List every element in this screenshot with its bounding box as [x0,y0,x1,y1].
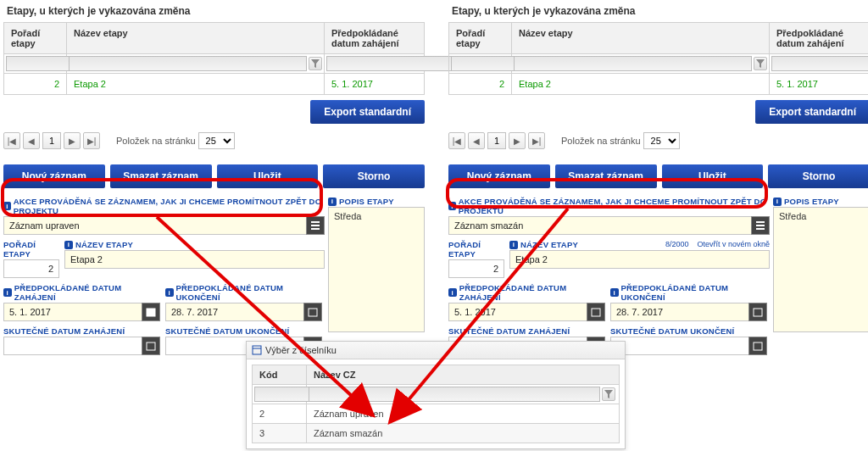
info-icon: i [3,288,12,297]
akce-label: iAKCE PROVÁDĚNÁ SE ZÁZNAMEM, JAK JI CHCE… [448,197,770,215]
predukon-input[interactable] [610,303,749,321]
cancel-button[interactable]: Storno [323,164,425,188]
lookup-filter [252,384,620,404]
new-button[interactable]: Nový záznam [3,164,105,188]
nazev-input[interactable] [509,250,770,269]
filter-nazev[interactable] [69,56,307,71]
nazev-label: iNÁZEV ETAPY [64,240,133,249]
lookup-icon[interactable] [306,216,325,235]
svg-rect-8 [253,346,261,354]
pager-prev[interactable]: ◀ [468,132,485,149]
skutukon-label: SKUTEČNÉ DATUM UKONČENÍ [610,326,767,336]
filter-datum[interactable] [326,56,452,71]
export-button[interactable]: Export standardní [755,100,868,124]
grid-header-datum: Předpokládané datum zahájení [770,23,868,53]
pager-first[interactable]: |◀ [448,132,465,149]
grid-filter-row [448,53,868,74]
funnel-icon[interactable] [602,387,615,401]
pager-first[interactable]: |◀ [3,132,20,149]
svg-rect-7 [754,342,762,350]
info-icon: i [773,198,782,206]
lookup-row[interactable]: 3 Záznam smazán [252,424,620,443]
calendar-icon[interactable] [748,303,767,321]
info-icon: i [3,202,11,210]
open-new-window[interactable]: Otevřít v novém okně [697,240,770,250]
pager: |◀ ◀ ▶ ▶| Položek na stránku 25 [3,124,425,149]
lookup-icon[interactable] [751,216,770,235]
popis-textarea[interactable]: Středa [328,207,425,332]
skutukon-input[interactable] [610,337,749,355]
poradi-input[interactable] [3,259,59,278]
pager-label: Položek na stránku [561,136,641,146]
lookup-cell-nazev: Záznam smazán [307,424,617,443]
info-icon: i [448,202,456,210]
pager-page[interactable] [487,132,506,149]
table-row[interactable]: 2 Etapa 2 5. 1. 2017 [3,74,425,95]
poradi-input[interactable] [448,259,504,278]
table-row[interactable]: 2 Etapa 2 5. 1. 2017 [448,74,868,95]
info-icon: i [448,288,457,297]
pager-select[interactable]: 25 [198,132,235,149]
cell-poradi: 2 [4,74,67,94]
akce-input[interactable] [3,216,307,235]
new-button[interactable]: Nový záznam [448,164,550,188]
calendar-icon[interactable] [142,303,160,321]
info-icon: i [509,241,518,249]
cancel-button[interactable]: Storno [768,164,868,188]
pager-page[interactable] [42,132,61,149]
pager-next[interactable]: ▶ [509,132,526,149]
delete-button[interactable]: Smazat záznam [555,164,657,188]
lookup-dialog: Výběr z číselníku Kód Název CZ 2 Záznam … [246,341,626,449]
svg-rect-1 [309,309,317,316]
lookup-cell-nazev: Záznam upraven [307,404,617,423]
calendar-icon[interactable] [587,303,605,321]
grid-header-nazev: Název etapy [67,23,325,53]
pager-next[interactable]: ▶ [64,132,81,149]
calendar-icon[interactable] [142,337,160,355]
funnel-icon[interactable] [754,57,767,70]
cell-poradi: 2 [449,74,512,94]
info-icon: i [610,288,619,297]
pager-select[interactable]: 25 [643,132,680,149]
skutzah-input[interactable] [3,337,142,355]
lookup-header: Kód Název CZ [252,365,620,384]
svg-rect-5 [754,309,762,316]
info-icon: i [328,198,337,206]
form-area: iAKCE PROVÁDĚNÁ SE ZÁZNAMEM, JAK JI CHCE… [448,197,868,355]
skutzah-label: SKUTEČNÉ DATUM ZAHÁJENÍ [448,326,605,336]
nazev-label: iNÁZEV ETAPY [509,240,578,249]
char-count: 8/2000 [665,240,689,250]
calendar-icon[interactable] [303,303,322,321]
popis-textarea[interactable]: Středa [773,207,868,332]
pager-last[interactable]: ▶| [83,132,100,149]
lookup-row[interactable]: 2 Záznam upraven [252,404,620,424]
panel-left: Etapy, u kterých je vykazována změna Poř… [3,0,425,355]
save-button[interactable]: Uložit [662,164,764,188]
export-button[interactable]: Export standardní [310,100,425,124]
popis-label: iPOPIS ETAPY [773,197,868,206]
nazev-input[interactable] [64,250,325,269]
lookup-title: Výběr z číselníku [247,342,625,359]
predzah-input[interactable] [3,303,142,321]
pager-label: Položek na stránku [116,136,196,146]
pager-prev[interactable]: ◀ [23,132,40,149]
form-area: iAKCE PROVÁDĚNÁ SE ZÁZNAMEM, JAK JI CHCE… [3,197,425,355]
delete-button[interactable]: Smazat záznam [110,164,212,188]
section-title: Etapy, u kterých je vykazována změna [448,0,868,22]
predzah-label: iPŘEDPOKLÁDANÉ DATUM ZAHÁJENÍ [448,283,605,302]
filter-datum[interactable] [771,56,868,71]
akce-input[interactable] [448,216,752,235]
funnel-icon[interactable] [309,57,322,70]
predzah-input[interactable] [448,303,587,321]
cell-datum: 5. 1. 2017 [325,74,424,94]
lookup-header-nazev: Název CZ [307,365,617,384]
predukon-input[interactable] [165,303,304,321]
info-icon: i [64,241,73,249]
panel-right: Etapy, u kterých je vykazována změna Poř… [448,0,868,355]
filter-nazev[interactable] [514,56,752,71]
lookup-filter-nazev[interactable] [309,387,600,402]
calendar-icon[interactable] [748,337,767,355]
pager-last[interactable]: ▶| [528,132,545,149]
cell-nazev: Etapa 2 [67,74,325,94]
save-button[interactable]: Uložit [217,164,319,188]
